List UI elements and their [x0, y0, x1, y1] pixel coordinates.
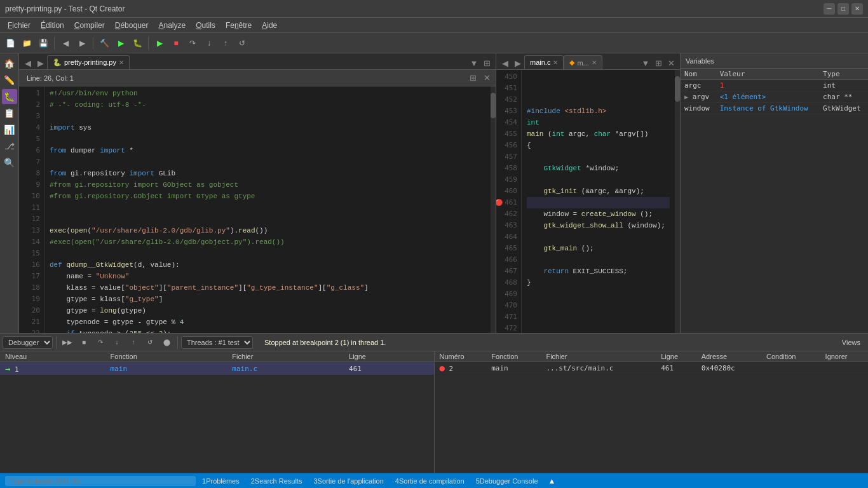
- var-row-argv[interactable]: ▶ argv <1 élément> char **: [681, 92, 868, 103]
- sidebar-git[interactable]: ⎇: [2, 139, 17, 154]
- dbg-icon1[interactable]: ▶▶: [60, 335, 75, 350]
- menu-analyze[interactable]: Analyze: [153, 20, 191, 31]
- dbg-icon6[interactable]: ↺: [142, 335, 158, 350]
- stack-row[interactable]: → 1 main main.c 461: [0, 362, 434, 376]
- split-button[interactable]: ⊞: [480, 57, 493, 69]
- views-button[interactable]: Views: [837, 339, 865, 346]
- py-scroll-thumb[interactable]: [491, 93, 496, 118]
- dbg-icon4[interactable]: ↓: [109, 335, 125, 350]
- debug-step-into[interactable]: ↓: [201, 36, 217, 51]
- c-split[interactable]: ⊞: [652, 57, 665, 69]
- search-input-wrapper: [5, 476, 196, 486]
- debug-continue[interactable]: ▶: [152, 36, 167, 51]
- close-editor-button[interactable]: ✕: [480, 72, 493, 85]
- tab-forward-button[interactable]: ▶: [34, 57, 47, 69]
- sidebar-search[interactable]: 🔍: [2, 155, 17, 170]
- sidebar-debug[interactable]: 🐛: [2, 89, 17, 104]
- m-tab-close[interactable]: ✕: [592, 59, 597, 66]
- code-line: name = "Unknow": [50, 271, 485, 282]
- bp-fonction: main: [486, 362, 541, 375]
- back-button[interactable]: ◀: [58, 36, 73, 51]
- left-sidebar: 🏠 ✏️ 🐛 📋 📊 ⎇ 🔍: [0, 53, 19, 333]
- close-button[interactable]: ✕: [851, 3, 863, 15]
- py-code-content[interactable]: #!/usr/bin/env python # -*- coding: utf-…: [44, 86, 491, 333]
- stack-fichier: main.c: [227, 362, 344, 376]
- c-tab-bar: ◀ ▶ main.c ✕ ◆ m... ✕ ▼ ⊞ ✕: [496, 53, 680, 70]
- expand-arrow-icon[interactable]: ▶: [684, 93, 688, 100]
- menu-outils[interactable]: Outils: [191, 20, 220, 31]
- save-button[interactable]: 💾: [36, 36, 51, 51]
- open-file-button[interactable]: 📁: [19, 36, 34, 51]
- dbg-icon3[interactable]: ↷: [93, 335, 108, 350]
- tab-pretty-printing[interactable]: 🐍 pretty-printing.py ✕: [47, 55, 130, 69]
- sidebar-welcome[interactable]: 🏠: [2, 56, 17, 71]
- dbg-icon7[interactable]: ⬤: [159, 335, 174, 350]
- c-code-content[interactable]: #include <stdlib.h> int main (int argc, …: [522, 70, 675, 333]
- status-tab-debugger-console[interactable]: 5 Debugger Console: [471, 473, 543, 489]
- status-tab-search-results[interactable]: 2 Search Results: [246, 473, 308, 489]
- var-col-type: Type: [819, 69, 868, 80]
- c-code-line: GtkWidget *window;: [527, 163, 670, 174]
- menu-aide[interactable]: Aide: [257, 20, 282, 31]
- code-line: [50, 133, 485, 145]
- main-wrapper: 🏠 ✏️ 🐛 📋 📊 ⎇ 🔍 ◀ ▶ 🐍 pretty-printing.py …: [0, 53, 868, 473]
- py-code-editor[interactable]: 1 2 3 4 5 6 7 8 9 10 11 12 13 14 15 16 1: [19, 86, 496, 333]
- dbg-icon5[interactable]: ↑: [126, 335, 141, 350]
- maximize-button[interactable]: □: [837, 3, 849, 15]
- sidebar-edit[interactable]: ✏️: [2, 72, 17, 88]
- minimize-button[interactable]: ─: [824, 3, 835, 15]
- c-scrollbar[interactable]: [675, 70, 680, 333]
- tab-back-button[interactable]: ◀: [22, 57, 34, 69]
- status-tab-problemes[interactable]: 1 Problèmes: [197, 473, 245, 489]
- var-row-argc[interactable]: argc 1 int: [681, 80, 868, 92]
- c-code-line: [527, 288, 670, 300]
- stack-fonction: main: [105, 362, 227, 376]
- forward-button[interactable]: ▶: [74, 36, 90, 51]
- main-toolbar: 📄 📁 💾 ◀ ▶ 🔨 ▶ 🐛 ▶ ■ ↷ ↓ ↑ ↺: [0, 33, 868, 53]
- tab-m-file[interactable]: ◆ m... ✕: [564, 55, 602, 69]
- statusbar-menu-button[interactable]: ▲: [545, 473, 560, 489]
- run-button[interactable]: ▶: [113, 36, 128, 51]
- breakpoints-table: Numéro Fonction Fichier Ligne Adresse Co…: [435, 351, 869, 375]
- cursor-position: Line: 26, Col: 1: [27, 74, 74, 82]
- bp-row[interactable]: ● 2 main ...st/src/main.c 461 0x40280c: [435, 362, 869, 375]
- c-code-line: gtk_widget_show_all (window);: [527, 220, 670, 231]
- var-row-window[interactable]: window Instance of GtkWindow GtkWidget: [681, 103, 868, 114]
- debug-step-over[interactable]: ↷: [185, 36, 200, 51]
- sidebar-projects[interactable]: 📋: [2, 105, 17, 121]
- debug-step-out[interactable]: ↑: [218, 36, 233, 51]
- tab-close-button[interactable]: ✕: [119, 59, 124, 66]
- status-tab-sortie-compile[interactable]: 4 Sortie de compilation: [390, 473, 470, 489]
- status-tab-sortie-app[interactable]: 3 Sortie de l'application: [308, 473, 388, 489]
- debug-button[interactable]: 🐛: [130, 36, 145, 51]
- c-scroll-thumb[interactable]: [675, 76, 680, 102]
- new-file-button[interactable]: 📄: [3, 36, 18, 51]
- dbg-icon2[interactable]: ■: [76, 335, 92, 350]
- c-tab-menu[interactable]: ▼: [639, 57, 652, 69]
- tab-main-c[interactable]: main.c ✕: [524, 55, 564, 69]
- c-tab-forward[interactable]: ▶: [512, 57, 524, 69]
- code-line: exec(open("/usr/share/glib-2.0/gdb/glib.…: [50, 225, 485, 236]
- c-tab-close[interactable]: ✕: [553, 59, 558, 66]
- split-editor-button[interactable]: ⊞: [466, 72, 479, 85]
- tab-menu-button[interactable]: ▼: [468, 57, 480, 69]
- debug-restart[interactable]: ↺: [234, 36, 250, 51]
- c-code-editor[interactable]: 450 451 452 453 454 455 456 457 458 459 …: [496, 70, 680, 333]
- menu-fenetre[interactable]: Fenêtre: [220, 20, 257, 31]
- menu-compiler[interactable]: Compiler: [69, 20, 110, 31]
- c-tab-back[interactable]: ◀: [499, 57, 512, 69]
- bp-col-adresse: Adresse: [696, 351, 761, 362]
- debugger-select[interactable]: Debugger: [3, 336, 53, 349]
- threads-select[interactable]: Threads : #1 test: [181, 336, 253, 349]
- bp-condition: [761, 362, 820, 375]
- build-button[interactable]: 🔨: [97, 36, 112, 51]
- menu-edition[interactable]: Édition: [36, 20, 69, 31]
- locate-input[interactable]: [5, 476, 196, 486]
- sidebar-analyze[interactable]: 📊: [2, 122, 17, 137]
- debug-stop[interactable]: ■: [168, 36, 184, 51]
- c-close[interactable]: ✕: [665, 57, 677, 69]
- menu-deboquer[interactable]: Déboquer: [110, 20, 154, 31]
- menu-fichier[interactable]: Fichier: [3, 20, 36, 31]
- var-argv-type: char **: [819, 92, 868, 103]
- py-scrollbar[interactable]: [491, 86, 496, 333]
